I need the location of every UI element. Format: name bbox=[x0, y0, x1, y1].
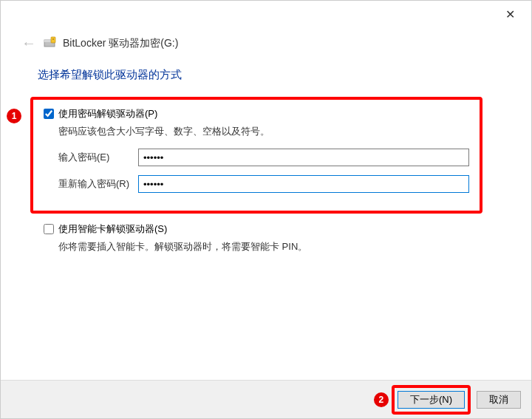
annotation-highlight-1: 1 使用密码解锁驱动器(P) 密码应该包含大小写字母、数字、空格以及符号。 输入… bbox=[30, 97, 482, 214]
reenter-password-row: 重新输入密码(R) bbox=[58, 175, 469, 193]
password-checkbox-label: 使用密码解锁驱动器(P) bbox=[58, 107, 157, 120]
drive-icon bbox=[44, 35, 57, 51]
back-arrow-icon[interactable]: ← bbox=[21, 35, 36, 52]
titlebar: ✕ bbox=[1, 1, 531, 27]
reenter-password-input[interactable] bbox=[138, 175, 469, 193]
svg-point-3 bbox=[52, 38, 54, 40]
annotation-badge-2: 2 bbox=[374, 392, 389, 407]
dialog-footer: 2 下一步(N) 取消 bbox=[1, 380, 531, 418]
password-checkbox[interactable] bbox=[44, 109, 54, 119]
smartcard-hint: 你将需要插入智能卡。解锁驱动器时，将需要智能卡 PIN。 bbox=[58, 240, 494, 253]
smartcard-section: 使用智能卡解锁驱动器(S) 你将需要插入智能卡。解锁驱动器时，将需要智能卡 PI… bbox=[38, 222, 494, 253]
dialog-window: ✕ ← BitLocker 驱动器加密(G:) 选择希望解锁此驱动器的方式 1 … bbox=[0, 0, 532, 419]
password-hint: 密码应该包含大小写字母、数字、空格以及符号。 bbox=[58, 125, 469, 138]
enter-password-label: 输入密码(E) bbox=[58, 151, 138, 164]
content-area: 选择希望解锁此驱动器的方式 1 使用密码解锁驱动器(P) 密码应该包含大小写字母… bbox=[1, 62, 531, 253]
next-button[interactable]: 下一步(N) bbox=[398, 391, 465, 409]
enter-password-input[interactable] bbox=[138, 149, 469, 166]
smartcard-checkbox-row: 使用智能卡解锁驱动器(S) bbox=[44, 222, 494, 236]
page-heading: 选择希望解锁此驱动器的方式 bbox=[38, 68, 494, 82]
reenter-password-label: 重新输入密码(R) bbox=[58, 177, 138, 191]
annotation-highlight-2: 2 下一步(N) bbox=[392, 385, 471, 415]
cancel-button[interactable]: 取消 bbox=[477, 391, 521, 409]
password-checkbox-row: 使用密码解锁驱动器(P) bbox=[44, 107, 469, 120]
dialog-header: ← BitLocker 驱动器加密(G:) bbox=[1, 27, 531, 62]
annotation-badge-1: 1 bbox=[7, 109, 21, 123]
enter-password-row: 输入密码(E) bbox=[58, 149, 469, 166]
smartcard-checkbox[interactable] bbox=[44, 224, 54, 234]
close-icon[interactable]: ✕ bbox=[498, 7, 522, 21]
smartcard-checkbox-label: 使用智能卡解锁驱动器(S) bbox=[58, 222, 167, 236]
page-title: BitLocker 驱动器加密(G:) bbox=[63, 37, 178, 50]
